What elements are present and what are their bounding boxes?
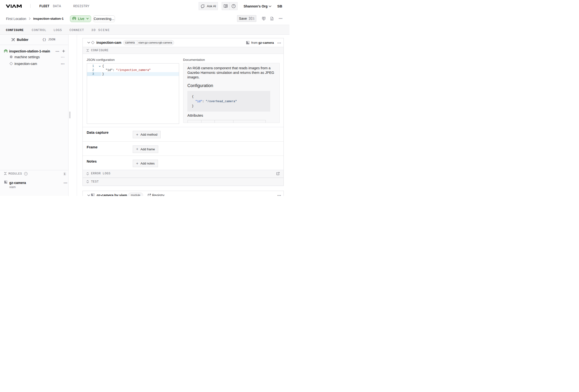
svg-text:?: ? (25, 173, 26, 175)
svg-text:?: ? (233, 5, 234, 7)
